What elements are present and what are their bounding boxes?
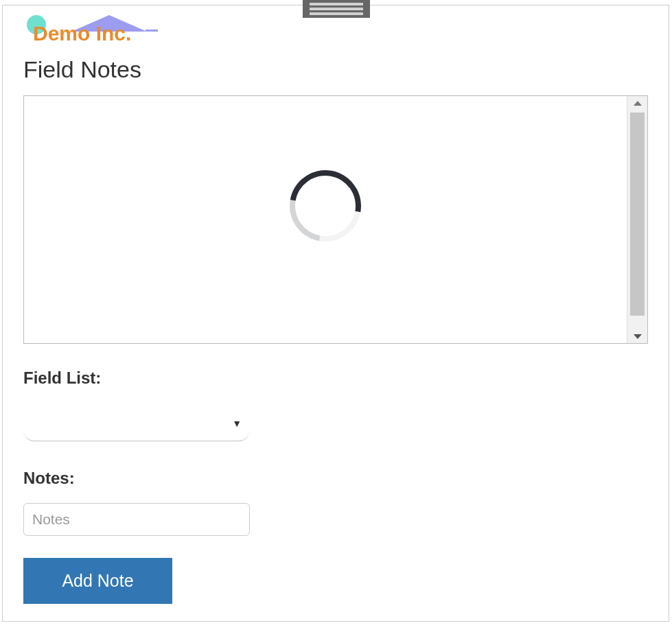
scroll-track[interactable] xyxy=(627,110,647,329)
scroll-up-arrow-icon[interactable] xyxy=(627,96,647,110)
field-list-select[interactable]: ▼ xyxy=(23,403,250,441)
scrollbar[interactable] xyxy=(627,96,647,343)
add-note-button[interactable]: Add Note xyxy=(23,558,172,604)
field-list-select-area[interactable] xyxy=(23,403,250,441)
notes-label: Notes: xyxy=(23,469,648,488)
logo-line-icon xyxy=(146,30,158,32)
drag-handle-line xyxy=(310,12,363,15)
drag-handle-line xyxy=(310,8,363,10)
app-frame: Demo Inc. Field Notes Field List: ▼ Note… xyxy=(2,5,669,622)
field-list-label: Field List: xyxy=(23,368,648,388)
page-title: Field Notes xyxy=(23,56,648,83)
logo-text: Demo Inc. xyxy=(33,22,131,45)
company-logo: Demo Inc. xyxy=(23,14,161,48)
drag-handle-line xyxy=(310,3,363,5)
drag-handle[interactable] xyxy=(303,0,370,18)
notes-input[interactable] xyxy=(23,503,250,536)
notes-content-area xyxy=(24,96,627,343)
notes-display-panel xyxy=(23,95,648,344)
scroll-down-arrow-icon[interactable] xyxy=(627,329,647,343)
scroll-thumb[interactable] xyxy=(630,113,645,316)
loading-spinner-icon xyxy=(276,156,375,256)
